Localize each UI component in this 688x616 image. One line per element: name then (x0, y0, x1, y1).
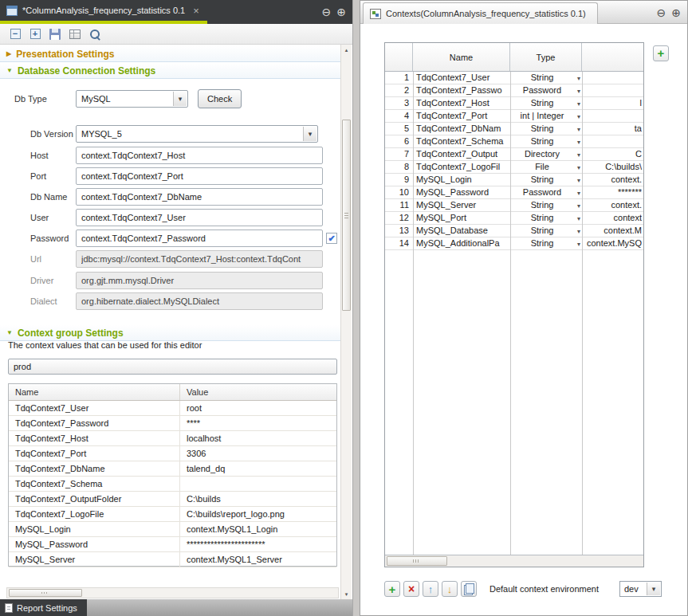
variable-type-cell[interactable]: String (510, 174, 582, 186)
tab-report-settings[interactable]: Report Settings (0, 599, 87, 616)
chevron-down-icon[interactable] (577, 72, 580, 84)
expand-all-icon[interactable] (28, 27, 42, 41)
variable-value-cell[interactable] (582, 84, 643, 96)
chevron-down-icon[interactable] (577, 237, 580, 249)
check-button[interactable]: Check (198, 89, 242, 108)
chevron-down-icon[interactable] (173, 92, 187, 106)
variable-type-cell[interactable]: File (510, 161, 582, 173)
variable-type-cell[interactable]: String (510, 97, 582, 109)
chevron-down-icon[interactable]: ▼ (6, 68, 13, 74)
table-row[interactable]: MySQL_Server context.MySQL1_Server (9, 552, 336, 567)
save-icon[interactable] (48, 27, 62, 41)
table-row[interactable]: TdqContext7_Port 3306 (9, 446, 336, 461)
context-name-cell[interactable]: TdqContext7_Password (9, 416, 180, 430)
table-row[interactable]: MySQL_Password *********************** (9, 537, 336, 552)
row-number-cell[interactable]: 12 (385, 212, 413, 224)
table-row[interactable]: 4 TdqContext7_Port int | Integer (385, 110, 643, 123)
column-header-value[interactable] (582, 43, 643, 71)
chevron-down-icon[interactable] (577, 225, 580, 237)
minimize-icon[interactable]: ⊖ (657, 7, 666, 18)
context-value-cell[interactable]: C:\builds (180, 492, 336, 506)
chevron-down-icon[interactable]: ▼ (6, 330, 13, 336)
editor-tab[interactable]: *ColumnAnalysis_frequency_statistics 0.1… (0, 0, 207, 24)
section-database-connection-settings[interactable]: ▼ Database Connection Settings (0, 63, 340, 79)
chevron-down-icon[interactable] (577, 97, 580, 109)
variable-name-cell[interactable]: MySQL_Login (413, 174, 510, 186)
context-value-cell[interactable]: *********************** (180, 537, 336, 551)
context-name-cell[interactable]: MySQL_Password (9, 537, 180, 551)
context-value-cell[interactable]: 3306 (180, 446, 336, 461)
variable-value-cell[interactable]: context. (582, 199, 643, 211)
table-row[interactable]: TdqContext7_Password **** (9, 416, 336, 431)
remove-button[interactable]: × (403, 581, 419, 597)
table-row[interactable]: 5 TdqContext7_DbNam String ta (385, 123, 643, 135)
chevron-down-icon[interactable] (577, 199, 580, 211)
context-value-cell[interactable]: context.MySQL1_Server (180, 552, 336, 567)
row-number-cell[interactable]: 1 (385, 72, 413, 84)
column-header-type[interactable]: Type (510, 43, 582, 71)
chevron-down-icon[interactable] (303, 127, 316, 141)
context-value-cell[interactable]: root (180, 401, 336, 415)
vertical-scrollbar[interactable] (340, 45, 352, 599)
table-row[interactable]: 8 TdqContext7_LogoFil File C:\builds\ (385, 161, 643, 174)
table-row[interactable]: 7 TdqContext7_Output Directory C (385, 148, 643, 161)
variable-name-cell[interactable]: TdqContext7_Schema (413, 135, 510, 147)
horizontal-scrollbar-thumb[interactable] (387, 556, 447, 566)
table-row[interactable]: 9 MySQL_Login String context. (385, 174, 643, 186)
column-header-value[interactable]: Value (180, 384, 336, 400)
horizontal-scrollbar[interactable] (6, 587, 339, 598)
variable-name-cell[interactable]: TdqContext7_Passwo (413, 84, 510, 96)
chevron-down-icon[interactable] (577, 174, 580, 186)
context-name-cell[interactable]: TdqContext7_Host (9, 431, 180, 445)
row-number-cell[interactable]: 6 (385, 135, 413, 147)
context-name-cell[interactable]: MySQL_Server (9, 552, 180, 567)
row-number-cell[interactable]: 8 (385, 161, 413, 173)
variable-name-cell[interactable]: TdqContext7_User (413, 72, 510, 84)
row-number-cell[interactable]: 3 (385, 97, 413, 109)
variable-value-cell[interactable]: context (582, 212, 643, 224)
context-value-cell[interactable]: context.MySQL1_Login (180, 522, 336, 536)
context-value-cell[interactable] (180, 477, 336, 491)
variable-value-cell[interactable]: context.M (582, 225, 643, 237)
row-number-cell[interactable]: 14 (385, 237, 413, 249)
row-number-cell[interactable]: 2 (385, 84, 413, 96)
table-row[interactable]: 2 TdqContext7_Passwo Password (385, 84, 643, 97)
zoom-icon[interactable] (88, 27, 102, 41)
db-version-select[interactable]: MYSQL_5 (76, 125, 318, 143)
table-row[interactable]: TdqContext7_LogoFile C:\builds\report_lo… (9, 507, 336, 522)
row-number-cell[interactable]: 5 (385, 123, 413, 135)
minimize-icon[interactable]: ⊖ (322, 6, 332, 18)
context-name-cell[interactable]: TdqContext7_DbName (9, 461, 180, 476)
variable-type-cell[interactable]: String (510, 212, 582, 224)
context-value-cell[interactable]: **** (180, 416, 336, 430)
row-number-cell[interactable]: 10 (385, 186, 413, 198)
variable-type-cell[interactable]: Password (510, 186, 582, 198)
context-name-cell[interactable]: TdqContext7_Schema (9, 477, 180, 491)
table-row[interactable]: TdqContext7_DbName talend_dq (9, 461, 336, 477)
variable-type-cell[interactable]: String (510, 237, 582, 249)
variable-name-cell[interactable]: MySQL_AdditionalPa (413, 237, 510, 249)
vertical-scrollbar-thumb[interactable] (342, 120, 351, 311)
variable-value-cell[interactable]: ta (582, 123, 643, 135)
variable-name-cell[interactable]: TdqContext7_DbNam (413, 123, 510, 135)
grid-icon[interactable] (68, 27, 82, 41)
add-variable-button[interactable]: + (653, 45, 669, 61)
context-name-cell[interactable]: TdqContext7_User (9, 401, 180, 415)
maximize-icon[interactable]: ⊕ (671, 7, 681, 18)
horizontal-scrollbar-thumb[interactable] (9, 589, 82, 597)
variable-name-cell[interactable]: MySQL_Password (413, 186, 510, 198)
variable-name-cell[interactable]: TdqContext7_Host (413, 97, 510, 109)
chevron-down-icon[interactable] (577, 84, 580, 96)
context-name-cell[interactable]: MySQL_Login (9, 522, 180, 536)
variable-name-cell[interactable]: MySQL_Port (413, 212, 510, 224)
variable-name-cell[interactable]: TdqContext7_Output (413, 148, 510, 160)
variable-value-cell[interactable]: C:\builds\ (582, 161, 643, 173)
default-environment-select[interactable]: dev (619, 581, 662, 597)
table-row[interactable]: TdqContext7_Host localhost (9, 431, 336, 446)
chevron-down-icon[interactable] (577, 161, 580, 173)
row-number-cell[interactable]: 7 (385, 148, 413, 160)
chevron-down-icon[interactable] (577, 135, 580, 147)
variable-type-cell[interactable]: String (510, 225, 582, 237)
table-row[interactable]: 1 TdqContext7_User String (385, 72, 643, 84)
context-value-cell[interactable]: C:\builds\report_logo.png (180, 507, 336, 521)
